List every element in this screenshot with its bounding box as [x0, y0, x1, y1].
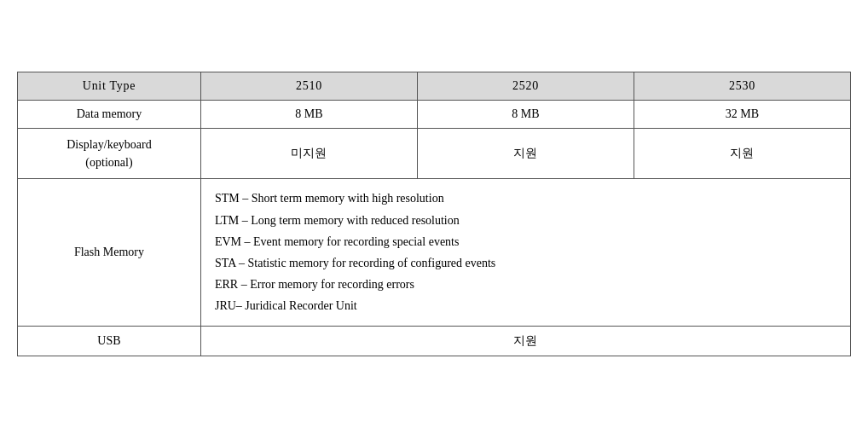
cell-usb-value: 지원	[200, 326, 850, 356]
row-label-flash-memory: Flash Memory	[18, 179, 201, 326]
row-label-usb: USB	[18, 326, 201, 356]
cell-2510-data-memory: 8 MB	[200, 101, 417, 129]
header-2530: 2530	[634, 72, 850, 101]
cell-2520-display: 지원	[417, 129, 634, 179]
table-row: Display/keyboard (optional) 미지원 지원 지원	[18, 129, 851, 179]
cell-2510-display: 미지원	[200, 129, 417, 179]
row-label-display-keyboard: Display/keyboard (optional)	[18, 129, 201, 179]
cell-2520-data-memory: 8 MB	[417, 101, 634, 129]
header-unit-type: Unit Type	[18, 72, 201, 101]
spec-table: Unit Type 2510 2520 2530 Data memory 8 M…	[17, 72, 851, 356]
cell-2530-display: 지원	[634, 129, 850, 179]
row-label-data-memory: Data memory	[18, 101, 201, 129]
table-row: Data memory 8 MB 8 MB 32 MB	[18, 101, 851, 129]
header-row: Unit Type 2510 2520 2530	[18, 72, 851, 101]
table-wrapper: Unit Type 2510 2520 2530 Data memory 8 M…	[17, 72, 851, 356]
cell-flash-memory-content: STM – Short term memory with high resolu…	[200, 179, 850, 326]
header-2520: 2520	[417, 72, 634, 101]
table-row: USB 지원	[18, 326, 851, 356]
header-2510: 2510	[200, 72, 417, 101]
table-row: Flash Memory STM – Short term memory wit…	[18, 179, 851, 326]
cell-2530-data-memory: 32 MB	[634, 101, 850, 129]
